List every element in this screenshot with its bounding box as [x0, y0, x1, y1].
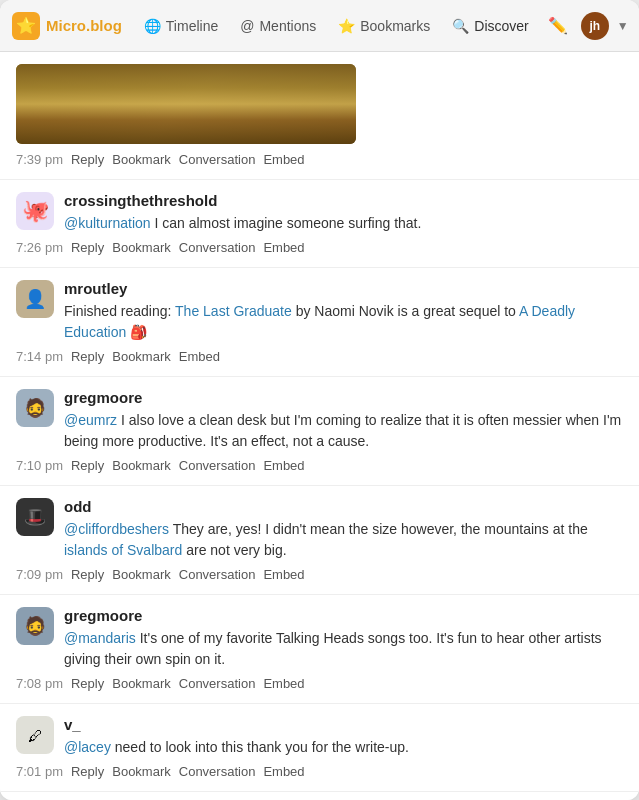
reply-action[interactable]: Reply	[71, 567, 104, 582]
bookmark-action[interactable]: Bookmark	[112, 764, 171, 779]
discover-icon: 🔍	[452, 18, 469, 34]
bookmarks-icon: ⭐	[338, 18, 355, 34]
post-username: odd	[64, 498, 623, 515]
reply-action[interactable]: Reply	[71, 676, 104, 691]
mention-link[interactable]: @eumrz	[64, 412, 117, 428]
post-meta: 7:08 pm Reply Bookmark Conversation Embe…	[16, 676, 623, 691]
avatar: 🎩	[16, 498, 54, 536]
mention-link[interactable]: @kulturnation	[64, 215, 151, 231]
list-item: 🐙 crossingthethreshold @kulturnation I c…	[0, 180, 639, 268]
book-link[interactable]: The Last Graduate	[175, 303, 292, 319]
list-item: 🧔 gregmoore @mandaris It's one of my fav…	[0, 595, 639, 704]
nav-items: 🌐 Timeline @ Mentions ⭐ Bookmarks 🔍 Disc…	[134, 12, 539, 40]
bookmark-action[interactable]: Bookmark	[112, 676, 171, 691]
post-header: 🎩 odd @cliffordbeshers They are, yes! I …	[16, 498, 623, 561]
avatar: 🖊	[16, 716, 54, 754]
post-text: @cliffordbeshers They are, yes! I didn't…	[64, 519, 623, 561]
list-item: 👤 mroutley Finished reading: The Last Gr…	[0, 268, 639, 377]
reply-action[interactable]: Reply	[71, 349, 104, 364]
mention-link[interactable]: @mandaris	[64, 630, 136, 646]
logo-text: Micro.blog	[46, 17, 122, 34]
nav-timeline[interactable]: 🌐 Timeline	[134, 12, 228, 40]
conversation-action[interactable]: Conversation	[179, 567, 256, 582]
app-window: ⭐ Micro.blog 🌐 Timeline @ Mentions ⭐ Boo…	[0, 0, 639, 800]
nav-discover-label: Discover	[474, 18, 528, 34]
post-username: crossingthethreshold	[64, 192, 623, 209]
post-meta: 7:10 pm Reply Bookmark Conversation Embe…	[16, 458, 623, 473]
nav-discover[interactable]: 🔍 Discover	[442, 12, 538, 40]
nav-logo[interactable]: ⭐ Micro.blog	[12, 12, 122, 40]
embed-action[interactable]: Embed	[263, 567, 304, 582]
mentions-icon: @	[240, 18, 254, 34]
avatar-initials: jh	[589, 19, 600, 33]
list-item: 🖊 v_ @lacey need to look into this thank…	[0, 704, 639, 792]
place-link[interactable]: islands of Svalbard	[64, 542, 182, 558]
chevron-down-icon[interactable]: ▼	[617, 19, 629, 33]
post-content: mroutley Finished reading: The Last Grad…	[64, 280, 623, 343]
conversation-action[interactable]: Conversation	[179, 764, 256, 779]
nav-timeline-label: Timeline	[166, 18, 218, 34]
user-avatar[interactable]: jh	[581, 12, 609, 40]
nav-right: ✏️ jh ▼	[543, 11, 629, 41]
avatar: 🧔	[16, 389, 54, 427]
embed-action[interactable]: Embed	[263, 458, 304, 473]
conversation-action[interactable]: Conversation	[179, 240, 256, 255]
reply-action[interactable]: Reply	[71, 458, 104, 473]
nav-mentions[interactable]: @ Mentions	[230, 12, 326, 40]
nav-bookmarks-label: Bookmarks	[360, 18, 430, 34]
post-time: 7:39 pm	[16, 152, 63, 167]
book-link-2[interactable]: A Deadly Education	[64, 303, 575, 340]
nav-bar: ⭐ Micro.blog 🌐 Timeline @ Mentions ⭐ Boo…	[0, 0, 639, 52]
list-item: 7:39 pm Reply Bookmark Conversation Embe…	[0, 52, 639, 180]
post-text: Finished reading: The Last Graduate by N…	[64, 301, 623, 343]
mention-link[interactable]: @cliffordbeshers	[64, 521, 169, 537]
avatar: 🐙	[16, 192, 54, 230]
avatar: 🧔	[16, 607, 54, 645]
post-content: crossingthethreshold @kulturnation I can…	[64, 192, 623, 234]
embed-action[interactable]: Embed	[263, 764, 304, 779]
list-item: 🎩 odd @cliffordbeshers They are, yes! I …	[0, 486, 639, 595]
conversation-action[interactable]: Conversation	[179, 458, 256, 473]
post-header: 🧔 gregmoore @mandaris It's one of my fav…	[16, 607, 623, 670]
post-time: 7:10 pm	[16, 458, 63, 473]
post-content: odd @cliffordbeshers They are, yes! I di…	[64, 498, 623, 561]
bookmark-action[interactable]: Bookmark	[112, 349, 171, 364]
post-header: 🐙 crossingthethreshold @kulturnation I c…	[16, 192, 623, 234]
post-text: @kulturnation I can almost imagine someo…	[64, 213, 623, 234]
compose-button[interactable]: ✏️	[543, 11, 573, 41]
mention-link[interactable]: @lacey	[64, 739, 111, 755]
post-header: 🧔 gregmoore @eumrz I also love a clean d…	[16, 389, 623, 452]
post-content: gregmoore @eumrz I also love a clean des…	[64, 389, 623, 452]
post-text: @lacey need to look into this thank you …	[64, 737, 623, 758]
nav-mentions-label: Mentions	[259, 18, 316, 34]
bookmark-action[interactable]: Bookmark	[112, 240, 171, 255]
post-header: 🖊 v_ @lacey need to look into this thank…	[16, 716, 623, 758]
bookmark-action[interactable]: Bookmark	[112, 152, 171, 167]
post-meta: 7:14 pm Reply Bookmark Embed	[16, 349, 623, 364]
conversation-action[interactable]: Conversation	[179, 152, 256, 167]
reply-action[interactable]: Reply	[71, 764, 104, 779]
bookmark-action[interactable]: Bookmark	[112, 567, 171, 582]
reply-action[interactable]: Reply	[71, 152, 104, 167]
embed-action[interactable]: Embed	[263, 152, 304, 167]
post-header: 👤 mroutley Finished reading: The Last Gr…	[16, 280, 623, 343]
reply-action[interactable]: Reply	[71, 240, 104, 255]
list-item: 🧔 gregmoore @eumrz I also love a clean d…	[0, 377, 639, 486]
embed-action[interactable]: Embed	[263, 240, 304, 255]
avatar: 👤	[16, 280, 54, 318]
embed-action[interactable]: Embed	[263, 676, 304, 691]
conversation-action[interactable]: Conversation	[179, 676, 256, 691]
post-content: v_ @lacey need to look into this thank y…	[64, 716, 623, 758]
post-username: gregmoore	[64, 389, 623, 406]
post-time: 7:14 pm	[16, 349, 63, 364]
post-image-inner	[16, 64, 356, 144]
nav-bookmarks[interactable]: ⭐ Bookmarks	[328, 12, 440, 40]
bookmark-action[interactable]: Bookmark	[112, 458, 171, 473]
feed: 7:39 pm Reply Bookmark Conversation Embe…	[0, 52, 639, 800]
post-text: @eumrz I also love a clean desk but I'm …	[64, 410, 623, 452]
post-username: gregmoore	[64, 607, 623, 624]
embed-action[interactable]: Embed	[179, 349, 220, 364]
post-image	[16, 64, 356, 144]
post-meta: 7:09 pm Reply Bookmark Conversation Embe…	[16, 567, 623, 582]
post-text: @mandaris It's one of my favorite Talkin…	[64, 628, 623, 670]
